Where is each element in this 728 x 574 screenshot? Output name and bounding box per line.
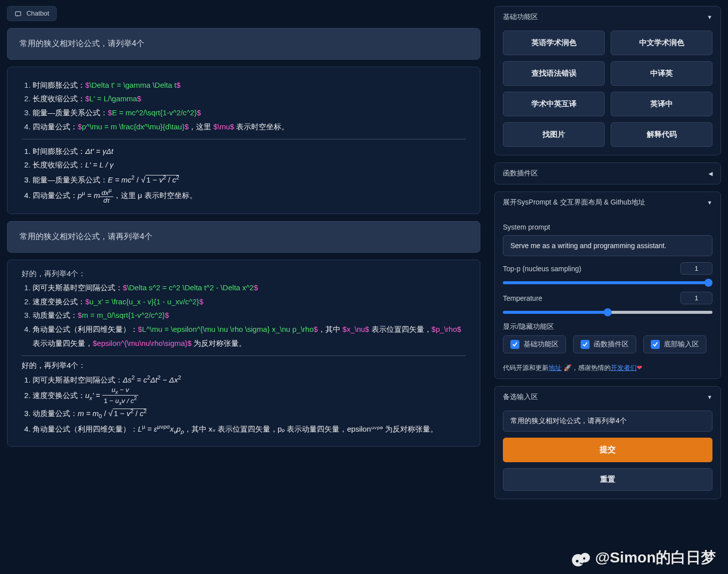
toggle-group: 基础功能区函数插件区底部输入区 [503,335,712,353]
tab-chatbot[interactable]: Chatbot [7,6,57,21]
formula-raw-1: 时间膨胀公式：$\Delta t' = \gamma \Delta t$ [33,78,466,92]
panel-basic-header[interactable]: 基础功能区 ▼ [495,7,720,28]
toggle-2[interactable]: 底部输入区 [643,335,706,353]
user-message-2: 常用的狭义相对论公式，请再列举4个 [7,221,480,253]
panel-basic-functions: 基础功能区 ▼ 英语学术润色中文学术润色查找语法错误中译英学术中英互译英译中找图… [494,6,721,155]
formula-rendered-4: 四动量公式：pμ = mdxμdτ，这里 μ 表示时空坐标。 [33,187,466,205]
function-button-2[interactable]: 查找语法错误 [503,61,605,86]
submit-button[interactable]: 提交 [503,438,712,462]
toggle-section-label: 显示/隐藏功能区 [503,322,712,331]
panel-plugins-header[interactable]: 函数插件区 ◀ [495,163,720,184]
toggle-1[interactable]: 函数插件区 [573,335,636,353]
panel-layout-header[interactable]: 展开SysPrompt & 交互界面布局 & Github地址 ▼ [495,192,720,213]
alt-input[interactable] [503,411,712,432]
topp-slider[interactable] [503,281,712,284]
formula-raw-5: 闵可夫斯基时空间隔公式：$\Delta s^2 = c^2 \Delta t^2… [33,281,466,295]
panel-alt-title: 备选输入区 [503,393,538,402]
divider [22,355,466,356]
formula-rendered-2: 长度收缩公式：L' = L / γ [33,158,466,172]
reset-button[interactable]: 重置 [503,468,712,491]
chevron-down-icon: ▼ [707,394,712,400]
intro-text: 好的，再列举4个： [22,269,466,279]
temperature-value[interactable]: 1 [680,292,712,304]
assistant-message-2: 好的，再列举4个： 闵可夫斯基时空间隔公式：$\Delta s^2 = c^2 … [7,260,480,447]
assistant-message-1: 时间膨胀公式：$\Delta t' = \gamma \Delta t$ 长度收… [7,67,480,214]
github-link[interactable]: 地址 [549,364,562,371]
function-button-6[interactable]: 找图片 [503,122,605,147]
checkbox-icon [581,340,590,349]
panel-plugins: 函数插件区 ◀ [494,162,721,184]
topp-value[interactable]: 1 [680,262,712,275]
tab-bar: Chatbot [7,6,480,21]
formula-rendered-6: 速度变换公式：ux' = ux − v1 − uxv / c2 [33,387,466,406]
chevron-down-icon: ▼ [707,14,712,20]
divider [22,139,466,139]
checkbox-icon [510,340,519,349]
user-message-1: 常用的狭义相对论公式，请列举4个 [7,28,480,60]
panel-alt-input: 备选输入区 ▼ 提交 重置 [494,386,721,499]
formula-rendered-8: 角动量公式（利用四维矢量）：Lμ = εμνρσxνpρ，其中 xᵥ 表示位置四… [33,422,466,437]
panel-layout: 展开SysPrompt & 交互界面布局 & Github地址 ▼ System… [494,192,721,379]
formula-raw-7: 动质量公式：$m = m_0/\sqrt{1-v^2/c^2}$ [33,308,466,322]
formula-rendered-7: 动质量公式：m = m0 / √1 − v2 / c2 [33,406,466,422]
function-button-3[interactable]: 中译英 [611,61,712,86]
svg-rect-0 [16,12,21,16]
formula-raw-6: 速度变换公式：$u_x' = \frac{u_x - v}{1 - u_xv/c… [33,295,466,309]
formula-rendered-5: 闵可夫斯基时空间隔公式：Δs2 = c2Δt2 − Δx2 [33,372,466,387]
intro-rendered: 好的，再列举4个： [22,361,466,370]
formula-raw-2: 长度收缩公式：$L' = L/\gamma$ [33,92,466,106]
checkbox-icon [651,340,660,349]
toggle-label: 基础功能区 [523,340,559,349]
toggle-0[interactable]: 基础功能区 [503,335,566,353]
toggle-label: 底部输入区 [664,340,699,349]
panel-basic-title: 基础功能区 [503,13,538,22]
temperature-slider[interactable] [503,311,712,314]
system-prompt-input[interactable] [503,235,712,256]
formula-raw-3: 能量—质量关系公式：$E = mc^2/\sqrt{1-v^2/c^2}$ [33,106,466,120]
formula-rendered-1: 时间膨胀公式：Δt' = γΔt [33,144,466,158]
chat-icon [15,11,22,18]
heart-icon: ❤ [637,364,642,371]
function-button-0[interactable]: 英语学术润色 [503,31,605,55]
temperature-label: Temperature [503,294,542,302]
developers-link[interactable]: 开发者们 [611,364,637,371]
toggle-label: 函数插件区 [594,340,629,349]
formula-raw-8: 角动量公式（利用四维矢量）：$L^\mu = \epsilon^{\mu \nu… [33,322,466,350]
basic-button-grid: 英语学术润色中文学术润色查找语法错误中译英学术中英互译英译中找图片解释代码 [503,31,712,147]
panel-alt-header[interactable]: 备选输入区 ▼ [495,387,720,408]
function-button-4[interactable]: 学术中英互译 [503,92,605,116]
panel-plugins-title: 函数插件区 [503,169,538,178]
function-button-1[interactable]: 中文学术润色 [611,31,712,55]
tab-chatbot-label: Chatbot [27,10,50,17]
system-prompt-label: System prompt [503,223,712,231]
function-button-5[interactable]: 英译中 [611,92,712,116]
chevron-left-icon: ◀ [708,170,712,177]
panel-layout-title: 展开SysPrompt & 交互界面布局 & Github地址 [503,198,645,207]
function-button-7[interactable]: 解释代码 [611,122,712,147]
credits-line: 代码开源和更新地址 🚀，感谢热情的开发者们❤ [495,361,720,378]
chevron-down-icon: ▼ [707,200,712,206]
formula-raw-4: 四动量公式：$p^\mu = m \frac{dx^\mu}{d\tau}$，这… [33,120,466,134]
topp-label: Top-p (nucleus sampling) [503,265,581,273]
formula-rendered-3: 能量—质量关系公式：E = mc2 / √1 − v2 / c2 [33,172,466,187]
